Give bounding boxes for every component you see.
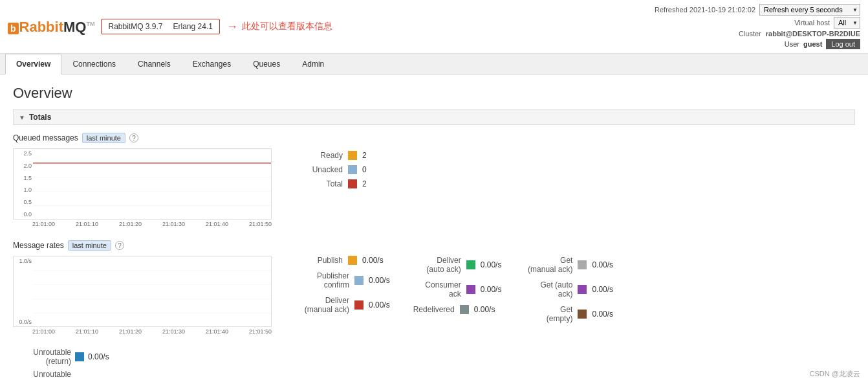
publisher-confirm-color [354, 276, 363, 285]
top-right-info: Refreshed 2021-10-19 21:02:02 Refresh ev… [655, 4, 860, 49]
logo-mq: MQ [63, 19, 86, 35]
get-empty-value: 0.00/s [592, 310, 613, 319]
legend-unacked-value: 0 [362, 165, 367, 174]
nav-connections[interactable]: Connections [61, 54, 127, 74]
rate-get-manual: Get(manual ack) 0.00/s [514, 256, 613, 274]
unroutable-drop-label: Unroutable [13, 370, 71, 379]
queued-chart-svg [33, 149, 271, 220]
get-auto-label: Get (autoack) [514, 280, 572, 299]
get-manual-value: 0.00/s [592, 260, 613, 269]
queued-chart-container: 2.5 2.0 1.5 1.0 0.5 0.0 [13, 148, 272, 227]
virtual-host-label: Virtual host [794, 19, 830, 27]
ready-color-box [348, 151, 357, 160]
get-empty-label: Get(empty) [514, 305, 572, 323]
cluster-label: Cluster [739, 30, 761, 38]
rates-col-1: Publish 0.00/s Publisherconfirm 0.00/s D… [291, 256, 390, 323]
refresh-interval-select[interactable]: Refresh every 5 seconds Refresh every 10… [759, 4, 860, 16]
legend-ready-label: Ready [291, 151, 343, 160]
legend-unacked: Unacked 0 [291, 165, 367, 174]
annotation: → 此处可以查看版本信息 [226, 20, 332, 34]
unroutable-return-value: 0.00/s [88, 352, 109, 361]
message-rates-title: Message rates last minute ? [13, 240, 855, 251]
totals-section-header[interactable]: ▼ Totals [13, 109, 855, 125]
consumer-ack-value: 0.00/s [481, 285, 502, 294]
nav-channels[interactable]: Channels [127, 54, 182, 74]
logout-button[interactable]: Log out [826, 39, 860, 49]
page-title: Overview [13, 85, 855, 102]
unacked-color-box [348, 165, 357, 174]
erlang-version: Erlang 24.1 [173, 22, 213, 31]
refresh-row: Refreshed 2021-10-19 21:02:02 Refresh ev… [655, 4, 860, 16]
unroutable-return-label: Unroutable(return) [13, 348, 71, 366]
deliver-auto-color [466, 260, 475, 269]
rate-deliver-auto: Deliver(auto ack) 0.00/s [403, 256, 502, 274]
logo-tm: TM [86, 21, 94, 27]
logo-rabbit: bRabbit [8, 19, 63, 35]
queued-legend: Ready 2 Unacked 0 Total 2 [291, 148, 367, 188]
publisher-confirm-value: 0.00/s [369, 276, 390, 285]
legend-ready: Ready 2 [291, 151, 367, 160]
refreshed-label: Refreshed 2021-10-19 21:02:02 [655, 6, 755, 14]
publisher-confirm-label: Publisherconfirm [291, 271, 349, 289]
message-rates-label: Message rates [13, 241, 64, 250]
queued-messages-label: Queued messages [13, 133, 78, 142]
unroutable-section: Unroutable(return) 0.00/s Unroutable [13, 348, 855, 379]
user-row: User guest Log out [785, 39, 860, 49]
unroutable-drop-item: Unroutable [13, 370, 855, 379]
logo-area: bRabbitMQTM RabbitMQ 3.9.7 Erlang 24.1 →… [8, 17, 332, 36]
rate-deliver-manual: Deliver(manual ack) 0.00/s [291, 296, 390, 314]
rates-chart-box: 1.0/s 0.0/s [13, 256, 272, 327]
rate-redelivered: Redelivered 0.00/s [403, 305, 502, 314]
total-color-box [348, 179, 357, 188]
get-empty-color [578, 310, 587, 319]
message-rates-help-icon[interactable]: ? [115, 241, 124, 250]
version-badge: RabbitMQ 3.9.7 Erlang 24.1 [101, 19, 219, 34]
chart-y-axis: 2.5 2.0 1.5 1.0 0.5 0.0 [14, 149, 33, 219]
deliver-auto-label: Deliver(auto ack) [403, 256, 461, 274]
rates-chart-y-axis: 1.0/s 0.0/s [14, 256, 33, 326]
rates-chart-x-axis: 21:01:00 21:01:10 21:01:20 21:01:30 21:0… [13, 327, 272, 335]
legend-total: Total 2 [291, 179, 367, 188]
collapse-icon: ▼ [19, 114, 25, 121]
redelivered-color [460, 305, 469, 314]
user-value: guest [803, 40, 822, 48]
rate-publisher-confirm: Publisherconfirm 0.00/s [291, 271, 390, 289]
queued-messages-title: Queued messages last minute ? [13, 133, 855, 143]
publish-color [348, 256, 357, 265]
consumer-ack-label: Consumerack [403, 280, 461, 299]
virtual-host-row: Virtual host All / [794, 17, 860, 28]
deliver-manual-label: Deliver(manual ack) [291, 296, 349, 314]
rates-chart-svg [33, 256, 271, 327]
rates-col-3: Get(manual ack) 0.00/s Get (autoack) 0.0… [514, 256, 613, 323]
rates-legend: Publish 0.00/s Publisherconfirm 0.00/s D… [291, 256, 613, 323]
virtual-host-select-wrapper[interactable]: All / [834, 17, 860, 28]
virtual-host-select[interactable]: All / [834, 17, 860, 28]
unroutable-return-color [75, 352, 84, 361]
rabbitmq-version: RabbitMQ 3.9.7 [108, 22, 162, 31]
nav-overview[interactable]: Overview [5, 54, 61, 74]
rates-chart-section: 1.0/s 0.0/s 21:01:00 21 [13, 256, 855, 335]
rates-chart-container: 1.0/s 0.0/s 21:01:00 21 [13, 256, 272, 335]
legend-unacked-label: Unacked [291, 165, 343, 174]
logo: bRabbitMQTM [8, 17, 94, 36]
consumer-ack-color [466, 285, 475, 294]
legend-ready-value: 2 [362, 151, 367, 160]
cluster-row: Cluster rabbit@DESKTOP-BR2DIUE [739, 30, 860, 38]
queued-help-icon[interactable]: ? [129, 133, 138, 142]
message-rates-badge: last minute [68, 240, 111, 251]
deliver-auto-value: 0.00/s [481, 260, 502, 269]
nav-exchanges[interactable]: Exchanges [182, 54, 242, 74]
legend-total-label: Total [291, 179, 343, 188]
footer-note: CSDN @龙凌云 [810, 369, 860, 379]
nav-admin[interactable]: Admin [291, 54, 335, 74]
cluster-value: rabbit@DESKTOP-BR2DIUE [766, 30, 860, 38]
main-content: Overview ▼ Totals Queued messages last m… [0, 74, 868, 384]
nav-queues[interactable]: Queues [242, 54, 291, 74]
rates-col-2: Deliver(auto ack) 0.00/s Consumerack 0.0… [403, 256, 502, 323]
refresh-select-wrapper[interactable]: Refresh every 5 seconds Refresh every 10… [759, 4, 860, 16]
rate-get-empty: Get(empty) 0.00/s [514, 305, 613, 323]
deliver-manual-color [354, 300, 363, 310]
queued-chart-box: 2.5 2.0 1.5 1.0 0.5 0.0 [13, 148, 272, 220]
chart-x-axis: 21:01:00 21:01:10 21:01:20 21:01:30 21:0… [13, 220, 272, 227]
redelivered-label: Redelivered [403, 305, 455, 314]
